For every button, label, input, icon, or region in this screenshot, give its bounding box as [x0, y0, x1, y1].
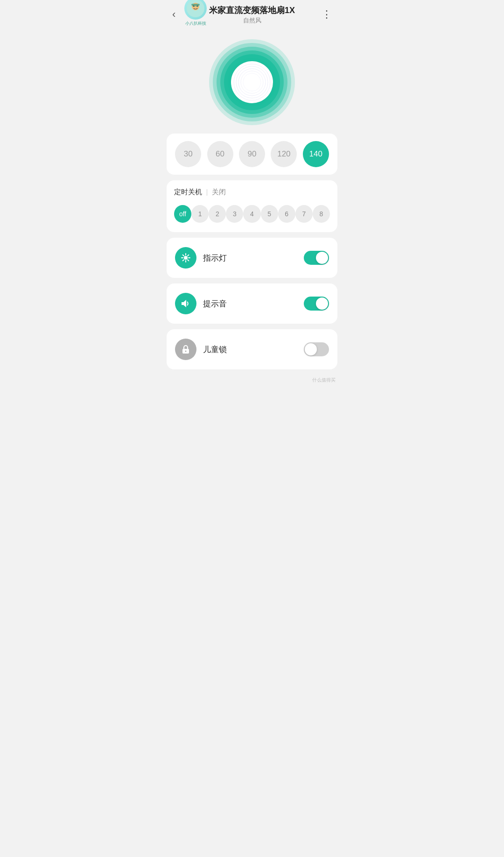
child-lock-knob: [305, 343, 317, 355]
avatar-label: 小八扒科技: [185, 21, 206, 27]
svg-point-19: [184, 256, 188, 260]
beep-label: 提示音: [203, 298, 304, 309]
header-center: 米家直流变频落地扇1X 自然风: [209, 5, 295, 25]
beep-toggle[interactable]: [304, 297, 329, 311]
svg-line-24: [183, 255, 184, 256]
timer-card: 定时关机 关闭 off 1 2 3 4 5 6 7 8: [167, 180, 337, 232]
level-btn-5[interactable]: 5: [261, 205, 278, 223]
svg-point-13: [231, 61, 273, 103]
fan-section: [161, 26, 343, 134]
speed-btn-90[interactable]: 90: [239, 141, 265, 167]
speed-card: 30 60 90 120 140: [167, 134, 337, 175]
svg-line-27: [183, 260, 184, 261]
back-button[interactable]: ‹: [168, 7, 179, 22]
beep-icon: [175, 293, 196, 314]
svg-point-30: [185, 351, 187, 352]
level-btn-off[interactable]: off: [174, 205, 191, 223]
more-button[interactable]: ⋮: [318, 7, 336, 22]
child-lock-toggle[interactable]: [304, 342, 329, 356]
svg-rect-4: [191, 4, 200, 6]
level-btn-6[interactable]: 6: [278, 205, 295, 223]
indicator-light-knob: [316, 252, 328, 264]
page-title: 米家直流变频落地扇1X: [209, 5, 295, 16]
indicator-light-label: 指示灯: [203, 253, 304, 263]
watermark: 什么值得买: [161, 375, 343, 387]
level-row: off 1 2 3 4 5 6 7 8: [174, 205, 330, 223]
level-btn-3[interactable]: 3: [226, 205, 243, 223]
timer-label: 定时关机: [174, 188, 202, 197]
beep-knob: [316, 297, 328, 310]
level-btn-8[interactable]: 8: [313, 205, 330, 223]
timer-label-row: 定时关机 关闭: [174, 188, 330, 197]
level-btn-7[interactable]: 7: [295, 205, 313, 223]
speed-btn-140[interactable]: 140: [303, 141, 329, 167]
child-lock-card: 儿童锁: [167, 329, 337, 369]
speed-btn-30[interactable]: 30: [175, 141, 201, 167]
indicator-light-card: 指示灯: [167, 238, 337, 278]
avatar: [184, 0, 207, 20]
svg-line-26: [188, 255, 189, 256]
child-lock-label: 儿童锁: [203, 344, 304, 355]
page-subtitle: 自然风: [209, 16, 295, 25]
level-btn-1[interactable]: 1: [191, 205, 209, 223]
svg-marker-28: [182, 300, 186, 307]
speed-row: 30 60 90 120 140: [172, 141, 332, 167]
timer-status: 关闭: [212, 188, 226, 197]
svg-line-25: [188, 260, 189, 261]
indicator-light-toggle[interactable]: [304, 251, 329, 265]
level-btn-2[interactable]: 2: [209, 205, 226, 223]
speed-btn-60[interactable]: 60: [207, 141, 233, 167]
indicator-light-icon: [175, 247, 196, 269]
level-btn-4[interactable]: 4: [243, 205, 260, 223]
fan-ring: [205, 35, 299, 129]
speed-btn-120[interactable]: 120: [271, 141, 297, 167]
timer-divider: [207, 189, 207, 196]
avatar-wrap: 小八扒科技: [184, 0, 207, 27]
beep-card: 提示音: [167, 283, 337, 324]
child-lock-icon: [175, 339, 196, 360]
